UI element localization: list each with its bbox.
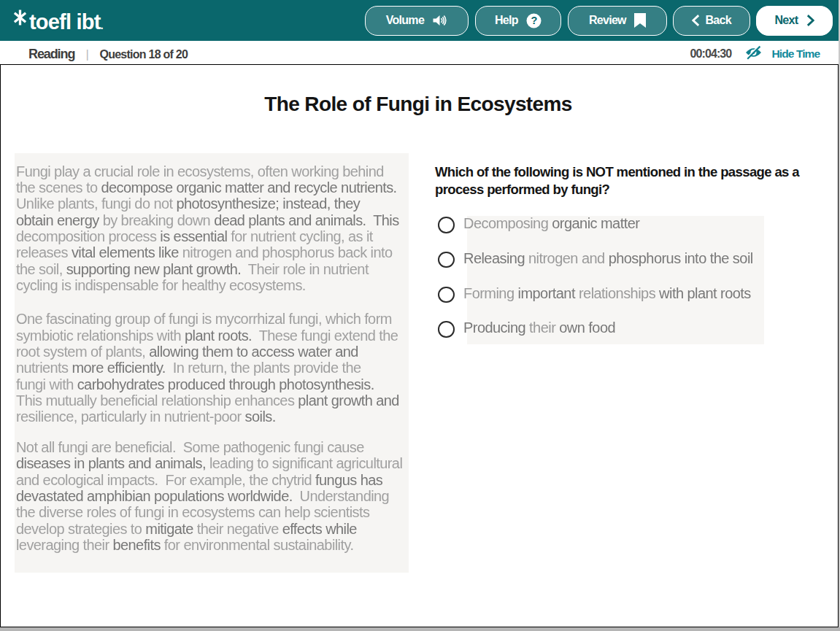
svg-text:?: ? [531, 15, 537, 26]
